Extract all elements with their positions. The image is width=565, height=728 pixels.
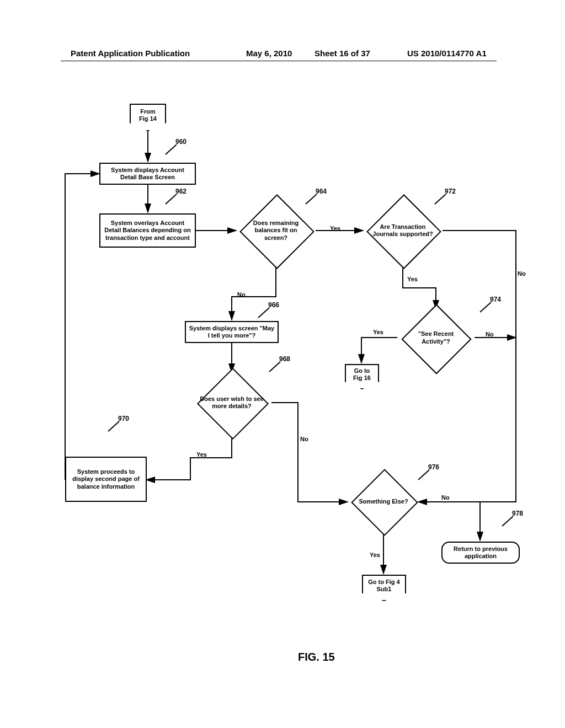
svg-line-7 (166, 194, 177, 204)
figure-label: FIG. 15 (298, 651, 335, 663)
process-960: System displays Account Detail Base Scre… (99, 163, 196, 185)
decision-968: Does user wish to see more details? (193, 373, 270, 432)
ref-978: 978 (512, 510, 523, 517)
decision-968-text: Does user wish to see more details? (193, 373, 270, 432)
edge-964-no: No (237, 291, 246, 298)
page: Patent Application Publication May 6, 20… (0, 0, 565, 728)
edge-968-no: No (300, 436, 308, 442)
decision-964-text: Does remaining balances fit on screen? (237, 199, 315, 263)
offpage-goto-fig4: Go to Fig 4 Sub1 (362, 575, 406, 601)
ref-968: 968 (279, 355, 290, 363)
edge-974-no: No (486, 331, 494, 338)
decision-976-text: Something Else? (349, 472, 418, 532)
decision-974: "See Recent Activity"? (397, 309, 475, 367)
ref-966: 966 (268, 301, 279, 309)
svg-line-14 (418, 470, 429, 480)
connector-lines (0, 94, 565, 678)
ref-962: 962 (175, 188, 186, 195)
process-970: System proceeds to display second page o… (65, 457, 147, 502)
process-966: System displays screen "May I tell you m… (185, 321, 279, 343)
svg-line-6 (166, 144, 177, 154)
svg-line-15 (502, 516, 513, 526)
svg-line-10 (269, 362, 280, 372)
header-date: May 6, 2010 (246, 49, 292, 58)
offpage-from-fig14: From Fig 14 (130, 104, 166, 131)
edge-972-no: No (518, 270, 526, 277)
decision-976: Something Else? (349, 472, 418, 532)
ref-976: 976 (428, 463, 439, 471)
edge-972-yes: Yes (407, 276, 418, 282)
svg-line-9 (258, 308, 269, 318)
edge-976-no: No (441, 494, 450, 501)
ref-964: 964 (316, 188, 327, 195)
terminator-978: Return to previous application (441, 542, 520, 564)
ref-960: 960 (175, 138, 186, 146)
header-pubnum: US 2010/0114770 A1 (407, 49, 487, 58)
edge-968-yes: Yes (196, 451, 207, 458)
header-rule (61, 61, 497, 61)
svg-line-13 (480, 302, 491, 312)
ref-970: 970 (118, 415, 129, 422)
ref-972: 972 (445, 188, 456, 195)
process-962: System overlays Account Detail Balances … (99, 213, 196, 248)
decision-964: Does remaining balances fit on screen? (237, 199, 315, 263)
header-sheet: Sheet 16 of 37 (315, 49, 370, 58)
decision-972: Are Transaction Journals supported? (364, 199, 441, 263)
edge-976-yes: Yes (370, 552, 380, 558)
ref-974: 974 (490, 296, 501, 303)
edge-974-yes: Yes (373, 329, 383, 335)
flowchart-canvas: From Fig 14 System displays Account Deta… (0, 94, 565, 678)
svg-line-11 (108, 421, 119, 431)
edge-964-yes: Yes (330, 225, 340, 232)
offpage-goto-fig16: Go to Fig 16 (345, 364, 379, 389)
header-publication: Patent Application Publication (71, 49, 190, 58)
decision-974-text: "See Recent Activity"? (397, 309, 475, 367)
decision-972-text: Are Transaction Journals supported? (364, 199, 441, 263)
